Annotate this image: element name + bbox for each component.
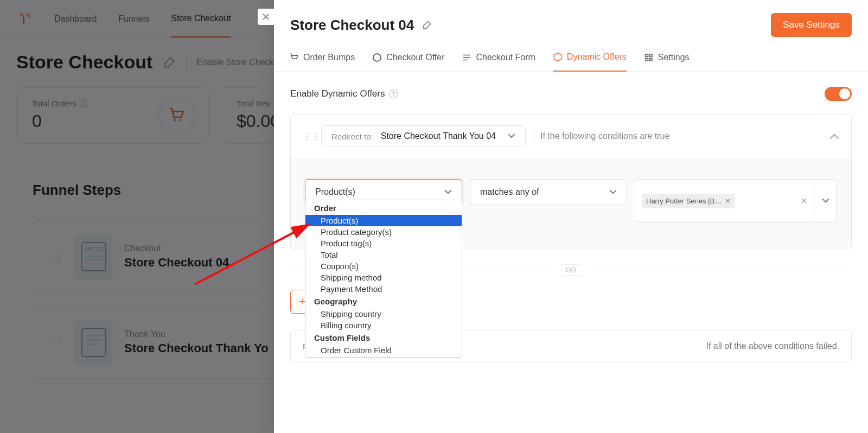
value-dropdown-toggle[interactable]: [814, 179, 837, 222]
svg-rect-13: [649, 54, 652, 57]
svg-rect-14: [646, 58, 648, 61]
dd-item[interactable]: Billing country: [305, 320, 462, 331]
help-icon[interactable]: ?: [389, 90, 398, 98]
dd-item[interactable]: Product(s): [305, 215, 462, 226]
tab-dynamic-offers[interactable]: Dynamic Offers: [553, 52, 627, 72]
enable-toggle[interactable]: [825, 87, 852, 101]
redirect-select[interactable]: Redirect to: Store Checkout Thank You 04: [321, 125, 526, 147]
clear-icon[interactable]: ✕: [800, 196, 807, 206]
save-button[interactable]: Save Settings: [771, 13, 852, 37]
panel-title: Store Checkout 04: [290, 17, 414, 34]
tab-settings[interactable]: Settings: [644, 52, 690, 71]
close-icon[interactable]: [258, 9, 274, 25]
side-panel: Store Checkout 04 Save Settings Order Bu…: [274, 0, 868, 433]
operator-select[interactable]: matches any of: [470, 179, 627, 205]
dd-item[interactable]: Shipping method: [305, 272, 462, 283]
edit-icon[interactable]: [422, 20, 432, 30]
drag-icon[interactable]: ⋮⋮: [303, 131, 312, 142]
tab-order-bumps[interactable]: Order Bumps: [289, 52, 355, 71]
svg-rect-12: [646, 54, 648, 57]
dd-item[interactable]: Total: [305, 249, 462, 260]
chevron-down-icon: [609, 189, 617, 195]
chevron-up-icon[interactable]: [829, 133, 839, 139]
chevron-down-icon: [444, 189, 452, 195]
dd-item[interactable]: Coupon(s): [305, 260, 462, 272]
token-remove-icon[interactable]: ✕: [725, 197, 731, 205]
dd-item[interactable]: Payment Method: [305, 283, 462, 295]
svg-rect-15: [649, 58, 652, 61]
tab-checkout-offer[interactable]: Checkout Offer: [372, 52, 444, 71]
chevron-down-icon: [508, 133, 515, 138]
dd-group-order: Order: [305, 201, 462, 215]
dd-group-custom: Custom Fields: [305, 331, 462, 345]
dd-item[interactable]: Product tag(s): [305, 238, 462, 249]
tab-checkout-form[interactable]: Checkout Form: [462, 52, 535, 71]
dd-item[interactable]: Order Custom Field: [305, 345, 462, 356]
value-multiselect[interactable]: Harry Potter Series [B…✕ ✕: [635, 179, 814, 222]
dd-item[interactable]: Product category(s): [305, 226, 462, 238]
dd-group-geography: Geography: [305, 295, 462, 308]
default-condition-text: If all of the above conditions failed.: [706, 341, 840, 351]
condition-text: If the following conditions are true: [534, 131, 669, 141]
enable-dynamic-label: Enable Dynamic Offers: [290, 88, 385, 99]
rule-card: ⋮⋮ Redirect to: Store Checkout Thank You…: [290, 114, 852, 250]
dd-item[interactable]: Shipping country: [305, 308, 462, 320]
field-dropdown[interactable]: Order Product(s) Product category(s) Pro…: [305, 200, 462, 358]
value-token: Harry Potter Series [B…✕: [642, 194, 735, 208]
